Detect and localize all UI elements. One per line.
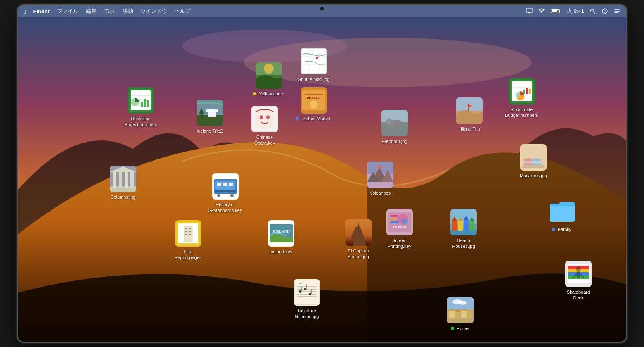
svg-rect-115 [391, 221, 399, 223]
menu-help[interactable]: ヘルプ [175, 7, 191, 15]
svg-rect-76 [217, 183, 221, 186]
mac-screen:  Finder ファイル 編集 表示 移動 ウインドウ ヘルプ [17, 4, 627, 343]
svg-rect-126 [464, 220, 469, 231]
tag-dot-blue-district [296, 117, 299, 120]
svg-rect-4 [552, 10, 557, 12]
svg-rect-37 [147, 100, 149, 107]
svg-point-21 [310, 100, 318, 109]
airplay-icon[interactable] [526, 8, 533, 14]
svg-point-7 [604, 10, 606, 13]
icon-elephant[interactable]: Elephant.jpg [376, 110, 413, 145]
svg-rect-79 [215, 190, 235, 192]
svg-rect-103 [189, 231, 191, 232]
svg-rect-53 [456, 97, 483, 111]
menu-edit[interactable]: 編集 [86, 7, 97, 15]
svg-rect-114 [391, 218, 395, 220]
icon-tablature[interactable]: TAB Tablature Notation.jpg [286, 279, 327, 320]
svg-point-141 [309, 293, 311, 295]
icon-el-capitan[interactable]: El Capitan Sunset.jpg [338, 219, 379, 260]
icon-label-home: Home [455, 325, 470, 332]
icon-family[interactable]: Family [544, 198, 581, 233]
siri-icon[interactable] [601, 8, 608, 14]
svg-point-17 [264, 64, 274, 74]
icon-label-tablature: Tablature Notation.jpg [288, 307, 325, 320]
icon-macarons[interactable]: Macarons.jpg [515, 144, 552, 179]
svg-point-165 [459, 301, 467, 305]
svg-rect-36 [144, 99, 146, 107]
icon-beach-houses[interactable]: Beach Houses.jpg [443, 209, 484, 250]
icon-label-pisa-report: Pisa Report.pages [170, 248, 207, 261]
icon-iceland-trip2[interactable]: Iceland Trip2 [191, 100, 228, 134]
svg-text:PX INT M: PX INT M [393, 226, 406, 228]
svg-point-14 [316, 57, 318, 59]
icon-label-columns: Columns.jpg [109, 194, 137, 200]
svg-point-51 [386, 118, 391, 125]
icon-roommate-budget[interactable]: Roommate Budget.numbers [500, 78, 543, 119]
svg-text:ICELAND: ICELAND [272, 229, 290, 233]
icon-label-iceland-trip2: Iceland Trip2 [196, 128, 224, 134]
svg-rect-62 [523, 90, 525, 94]
svg-rect-156 [449, 311, 455, 318]
svg-rect-100 [185, 228, 187, 229]
menu-window[interactable]: ウインドウ [140, 7, 167, 15]
icon-label-roommate-budget: Roommate Budget.numbers [503, 106, 540, 119]
icon-district-market[interactable]: DISTRICT District Market [291, 87, 336, 122]
battery-icon[interactable] [551, 8, 561, 14]
icon-chinese-opera[interactable]: Chinese Opera.key [244, 106, 285, 147]
icon-label-macarons: Macarons.jpg [519, 172, 548, 179]
svg-rect-101 [189, 228, 191, 229]
icon-yellowstone[interactable]: Yellowstone [248, 62, 289, 97]
svg-rect-121 [450, 230, 477, 235]
svg-point-81 [230, 194, 234, 197]
tag-dot-green-home [451, 327, 454, 330]
menu-file[interactable]: ファイル [57, 7, 78, 15]
svg-rect-63 [526, 88, 528, 94]
svg-rect-105 [189, 234, 191, 235]
menu-time: 火 9:41 [567, 7, 584, 15]
svg-point-150 [576, 266, 581, 271]
icon-columns[interactable]: Columns.jpg [104, 166, 142, 200]
icon-pisa-report[interactable]: Pisa Report.pages [168, 220, 208, 261]
svg-point-137 [299, 290, 301, 293]
icon-label-elephant: Elephant.jpg [381, 138, 408, 145]
icon-skateboard-deck[interactable]: Skateboard Deck [558, 261, 599, 302]
menubar-left:  Finder ファイル 編集 表示 移動 ウインドウ ヘルプ [24, 7, 526, 15]
svg-rect-43 [206, 109, 218, 112]
svg-rect-102 [185, 231, 187, 232]
svg-point-27 [266, 115, 270, 119]
svg-rect-128 [469, 221, 474, 231]
icon-label-hiking-trip: Hiking Trip [457, 126, 481, 132]
icon-volcanoes[interactable]: Volcanoes [362, 162, 399, 196]
camera-notch [320, 7, 324, 10]
icon-label-iceland-key: Iceland.key [268, 248, 294, 255]
icon-home[interactable]: Home [444, 297, 477, 332]
search-icon[interactable] [590, 8, 596, 14]
icon-iceland-key[interactable]: ICELAND Iceland.key [263, 220, 298, 255]
apple-menu[interactable]:  [24, 8, 26, 15]
svg-rect-42 [208, 111, 216, 117]
svg-rect-160 [461, 311, 467, 318]
svg-point-117 [401, 218, 408, 225]
icon-hiking-trip[interactable]: Hiking Trip [453, 97, 486, 132]
notification-center-icon[interactable] [614, 8, 620, 14]
menu-go[interactable]: 移動 [122, 7, 133, 15]
svg-rect-35 [141, 102, 143, 107]
svg-rect-162 [468, 312, 472, 318]
svg-rect-70 [125, 172, 128, 188]
icon-label-recycling-project: Recycling Project.numbers [122, 115, 159, 128]
icon-shuttle-map[interactable]: Shuttle Map.jpg [295, 48, 332, 83]
icon-label-el-capitan: El Capitan Sunset.jpg [340, 247, 377, 260]
svg-rect-104 [185, 234, 187, 235]
svg-rect-68 [113, 172, 116, 188]
wifi-icon[interactable] [538, 8, 545, 14]
icon-recycling-project[interactable]: Recycling Project.numbers [120, 87, 161, 128]
icon-history-skateboards[interactable]: History of Skateboards.key [204, 173, 247, 214]
menu-view[interactable]: 表示 [104, 7, 115, 15]
svg-rect-113 [391, 215, 398, 217]
tag-dot-blue-family [552, 228, 555, 231]
icon-label-skateboard-deck: Skateboard Deck [560, 289, 597, 302]
icon-screen-printing[interactable]: PX INT M Screen Printing.key [380, 209, 419, 250]
svg-rect-78 [229, 183, 233, 186]
svg-point-139 [304, 288, 306, 290]
menu-finder[interactable]: Finder [33, 8, 50, 14]
